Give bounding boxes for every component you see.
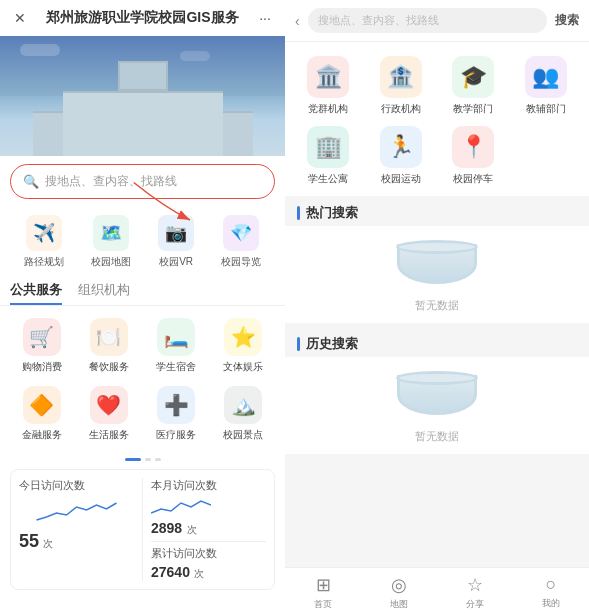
bottom-nav-map[interactable]: ◎ 地图 — [361, 574, 437, 611]
right-icons-grid: 🏛️ 党群机构 🏦 行政机构 🎓 教学部门 👥 教辅部门 🏢 学生公寓 🏃 校园… — [285, 42, 589, 196]
stats-right: 本月访问次数 2898 次 累计访问次数 27640 次 — [151, 478, 266, 581]
medical-icon: ➕ — [157, 386, 195, 424]
right-search-input[interactable]: 搜地点、查内容、找路线 — [308, 8, 547, 33]
hot-empty-bowl — [397, 244, 477, 284]
hero-image — [0, 36, 285, 156]
tab-public-service[interactable]: 公共服务 — [10, 281, 62, 305]
food-icon: 🍽️ — [90, 318, 128, 356]
quick-item-vr[interactable]: 📷 校园VR — [158, 215, 194, 269]
home-icon: ⊞ — [316, 574, 331, 596]
right-icon-dorm[interactable]: 🏢 学生公寓 — [293, 122, 364, 190]
sport-icon: 🏃 — [380, 126, 422, 168]
entertainment-icon: ⭐ — [224, 318, 262, 356]
assist-label: 教辅部门 — [526, 102, 566, 116]
map-nav-icon: ◎ — [391, 574, 407, 596]
tab-org[interactable]: 组织机构 — [78, 281, 130, 305]
life-label: 生活服务 — [89, 428, 129, 442]
admin-icon: 🏦 — [380, 56, 422, 98]
service-shopping[interactable]: 🛒 购物消费 — [10, 314, 73, 378]
today-chart — [19, 495, 134, 525]
finance-icon: 🔶 — [23, 386, 61, 424]
service-scenery[interactable]: 🏔️ 校园景点 — [212, 382, 275, 446]
admin-label: 行政机构 — [381, 102, 421, 116]
hot-empty-text: 暂无数据 — [415, 298, 459, 313]
dorm-icon: 🛏️ — [157, 318, 195, 356]
close-icon[interactable]: ✕ — [10, 8, 30, 28]
share-icon: ☆ — [467, 574, 483, 596]
stats-today-value: 55 — [19, 531, 39, 551]
stats-month-value: 2898 — [151, 520, 182, 536]
right-icon-parking[interactable]: 📍 校园停车 — [438, 122, 509, 190]
assist-icon: 👥 — [525, 56, 567, 98]
mine-icon: ○ — [546, 574, 557, 595]
stats-total-unit: 次 — [194, 568, 204, 579]
parking-label: 校园停车 — [453, 172, 493, 186]
history-search-header: 历史搜索 — [285, 327, 589, 357]
right-icon-sport[interactable]: 🏃 校园运动 — [366, 122, 437, 190]
hot-search-empty: 暂无数据 — [285, 226, 589, 323]
service-dorm[interactable]: 🛏️ 学生宿舍 — [145, 314, 208, 378]
quick-item-nav[interactable]: 💎 校园导览 — [221, 215, 261, 269]
stats-month-label: 本月访问次数 — [151, 478, 266, 493]
parking-icon: 📍 — [452, 126, 494, 168]
nav-label: 校园导览 — [221, 255, 261, 269]
party-icon: 🏛️ — [307, 56, 349, 98]
left-panel: ✕ 郑州旅游职业学院校园GIS服务 ··· 🔍 搜地点、查内容、找路线 ✈️ 路… — [0, 0, 285, 615]
tabs-row: 公共服务 组织机构 — [0, 277, 285, 306]
vr-icon: 📷 — [158, 215, 194, 251]
teach-icon: 🎓 — [452, 56, 494, 98]
stats-total-label: 累计访问次数 — [151, 546, 266, 561]
dorm2-icon: 🏢 — [307, 126, 349, 168]
search-placeholder: 搜地点、查内容、找路线 — [45, 173, 177, 190]
service-life[interactable]: ❤️ 生活服务 — [77, 382, 140, 446]
right-icon-assist[interactable]: 👥 教辅部门 — [511, 52, 582, 120]
search-icon: 🔍 — [23, 174, 39, 189]
dot-1 — [145, 458, 151, 461]
service-entertainment[interactable]: ⭐ 文体娱乐 — [212, 314, 275, 378]
services-grid: 🛒 购物消费 🍽️ 餐饮服务 🛏️ 学生宿舍 ⭐ 文体娱乐 🔶 金融服务 ❤️ … — [0, 306, 285, 454]
back-button[interactable]: ‹ — [295, 13, 300, 29]
food-label: 餐饮服务 — [89, 360, 129, 374]
hot-section-bar — [297, 206, 300, 220]
bottom-nav-home[interactable]: ⊞ 首页 — [285, 574, 361, 611]
search-button[interactable]: 搜索 — [555, 12, 579, 29]
shopping-label: 购物消费 — [22, 360, 62, 374]
nav-icon: 💎 — [223, 215, 259, 251]
header-bar: ✕ 郑州旅游职业学院校园GIS服务 ··· — [0, 0, 285, 36]
quick-item-routing[interactable]: ✈️ 路径规划 — [24, 215, 64, 269]
scenery-label: 校园景点 — [223, 428, 263, 442]
right-icon-admin[interactable]: 🏦 行政机构 — [366, 52, 437, 120]
app-title: 郑州旅游职业学院校园GIS服务 — [46, 9, 238, 27]
bottom-nav-share[interactable]: ☆ 分享 — [437, 574, 513, 611]
dorm-label: 学生宿舍 — [156, 360, 196, 374]
teach-label: 教学部门 — [453, 102, 493, 116]
mine-label: 我的 — [542, 597, 560, 610]
right-icon-party[interactable]: 🏛️ 党群机构 — [293, 52, 364, 120]
bottom-nav-mine[interactable]: ○ 我的 — [513, 574, 589, 611]
service-food[interactable]: 🍽️ 餐饮服务 — [77, 314, 140, 378]
right-icon-teach[interactable]: 🎓 教学部门 — [438, 52, 509, 120]
routing-icon: ✈️ — [26, 215, 62, 251]
more-icon[interactable]: ··· — [255, 8, 275, 28]
map-icon: 🗺️ — [93, 215, 129, 251]
scenery-icon: 🏔️ — [224, 386, 262, 424]
right-search-bar: ‹ 搜地点、查内容、找路线 搜索 — [285, 0, 589, 42]
stats-today: 今日访问次数 55 次 — [19, 478, 143, 581]
dot-active — [125, 458, 141, 461]
entertainment-label: 文体娱乐 — [223, 360, 263, 374]
service-finance[interactable]: 🔶 金融服务 — [10, 382, 73, 446]
life-icon: ❤️ — [90, 386, 128, 424]
history-search-empty: 暂无数据 — [285, 357, 589, 454]
service-medical[interactable]: ➕ 医疗服务 — [145, 382, 208, 446]
search-bar[interactable]: 🔍 搜地点、查内容、找路线 — [10, 164, 275, 199]
bottom-nav: ⊞ 首页 ◎ 地图 ☆ 分享 ○ 我的 — [285, 567, 589, 615]
shopping-icon: 🛒 — [23, 318, 61, 356]
routing-label: 路径规划 — [24, 255, 64, 269]
history-empty-bowl — [397, 375, 477, 415]
sport-label: 校园运动 — [381, 172, 421, 186]
hot-search-title: 热门搜索 — [306, 204, 358, 222]
stats-month-unit: 次 — [187, 524, 197, 535]
stats-total-value: 27640 — [151, 564, 190, 580]
stats-total: 累计访问次数 27640 次 — [151, 541, 266, 581]
quick-item-map[interactable]: 🗺️ 校园地图 — [91, 215, 131, 269]
